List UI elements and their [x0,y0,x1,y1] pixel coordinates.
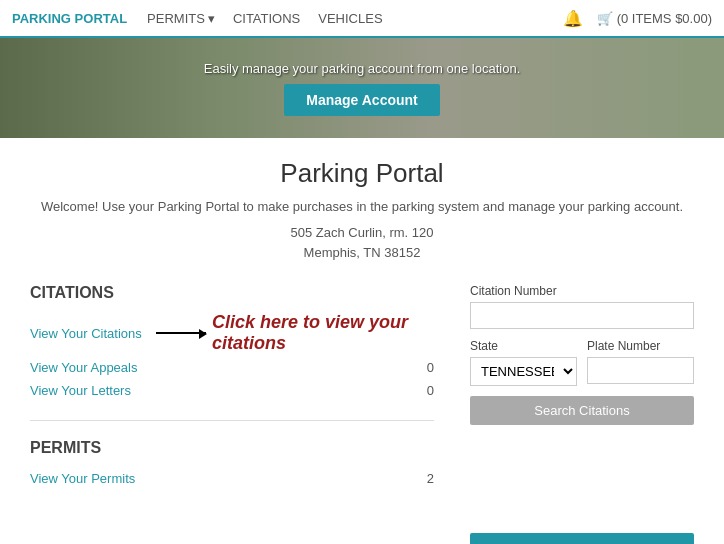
hero-banner: Easily manage your parking account from … [0,38,724,138]
page-title: Parking Portal [30,158,694,189]
arrow-icon [156,332,206,334]
view-appeals-link-row: View Your Appeals 0 [30,356,434,379]
permits-buttons: ▦ Get Permits ↻ Add/Edit Waitlists [470,533,694,544]
nav-items: PERMITS ▾ CITATIONS VEHICLES [147,11,563,26]
manage-account-button[interactable]: Manage Account [284,84,440,116]
cart-icon: 🛒 [597,11,613,26]
search-citations-button[interactable]: Search Citations [470,396,694,425]
citations-callout-row: View Your Citations Click here to view y… [30,312,434,354]
permits-section: PERMITS View Your Permits 2 [30,439,434,490]
nav-vehicles[interactable]: VEHICLES [318,11,382,26]
hero-content: Easily manage your parking account from … [204,61,521,116]
citation-number-input[interactable] [470,302,694,329]
permits-count: 2 [427,471,434,486]
hero-tagline: Easily manage your parking account from … [204,61,521,76]
plate-group: Plate Number [587,339,694,386]
state-plate-row: State TENNESSEE Plate Number [470,339,694,386]
nav-permits[interactable]: PERMITS ▾ [147,11,215,26]
citations-title: CITATIONS [30,284,434,302]
address-line1: 505 Zach Curlin, rm. 120 [30,223,694,244]
view-letters-link[interactable]: View Your Letters [30,383,131,398]
divider-permits [30,420,434,421]
plate-number-label: Plate Number [587,339,694,353]
cart-info[interactable]: 🛒 (0 ITEMS $0.00) [597,11,712,26]
nav-right: 🔔 🛒 (0 ITEMS $0.00) [563,9,712,28]
right-column: Citation Number State TENNESSEE Plate Nu… [454,284,694,544]
navbar: PARKING PORTAL PERMITS ▾ CITATIONS VEHIC… [0,0,724,38]
view-letters-link-row: View Your Letters 0 [30,379,434,402]
plate-number-input[interactable] [587,357,694,384]
address-line2: Memphis, TN 38152 [30,243,694,264]
nav-citations[interactable]: CITATIONS [233,11,300,26]
view-citations-link[interactable]: View Your Citations [30,326,142,341]
citation-number-label: Citation Number [470,284,694,298]
chevron-down-icon: ▾ [208,11,215,26]
view-appeals-link[interactable]: View Your Appeals [30,360,137,375]
view-permits-link[interactable]: View Your Permits [30,471,135,486]
welcome-text: Welcome! Use your Parking Portal to make… [30,197,694,217]
state-label: State [470,339,577,353]
main-content: Parking Portal Welcome! Use your Parking… [0,138,724,544]
state-group: State TENNESSEE [470,339,577,386]
callout-text: Click here to view your citations [212,312,434,354]
state-select[interactable]: TENNESSEE [470,357,577,386]
get-permits-button[interactable]: ▦ Get Permits [470,533,694,544]
bell-icon[interactable]: 🔔 [563,9,583,28]
left-column: CITATIONS View Your Citations Click here… [30,284,454,544]
letters-count: 0 [427,383,434,398]
address-block: 505 Zach Curlin, rm. 120 Memphis, TN 381… [30,223,694,265]
citations-section: CITATIONS View Your Citations Click here… [30,284,434,402]
view-permits-link-row: View Your Permits 2 [30,467,434,490]
permits-title: PERMITS [30,439,434,457]
appeals-count: 0 [427,360,434,375]
cart-label: (0 ITEMS $0.00) [617,11,712,26]
view-citations-link-row: View Your Citations [30,322,150,345]
citation-form: Citation Number State TENNESSEE Plate Nu… [470,284,694,433]
nav-brand[interactable]: PARKING PORTAL [12,11,127,26]
two-col-layout: CITATIONS View Your Citations Click here… [30,284,694,544]
